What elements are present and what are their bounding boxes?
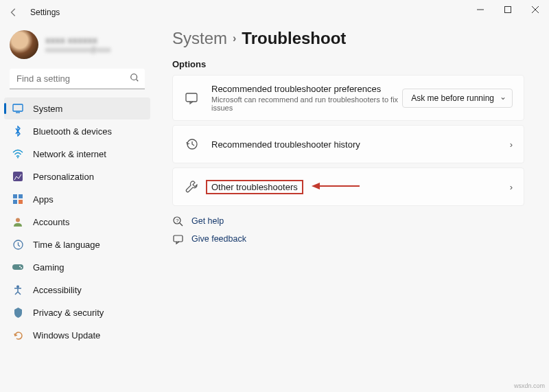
sidebar-item-network[interactable]: Network & internet <box>4 143 150 165</box>
card-title: Recommended troubleshooter history <box>211 139 503 150</box>
accessibility-icon <box>12 284 23 295</box>
chevron-right-icon: › <box>233 32 236 45</box>
sidebar-item-time[interactable]: Time & language <box>4 233 150 255</box>
svg-text:?: ? <box>176 218 179 224</box>
nav-list: System Bluetooth & devices Network & int… <box>4 97 150 346</box>
accounts-icon <box>12 216 23 227</box>
help-icon: ? <box>172 216 183 227</box>
preferences-dropdown[interactable]: Ask me before running <box>402 89 513 108</box>
user-email: xxxxxxxxxxxxx@xxxx <box>45 46 110 54</box>
history-icon <box>184 137 199 152</box>
card-recommended-preferences[interactable]: Recommended troubleshooter preferences M… <box>172 75 524 121</box>
sidebar-item-bluetooth[interactable]: Bluetooth & devices <box>4 120 150 142</box>
svg-rect-6 <box>13 104 23 111</box>
network-icon <box>12 148 23 159</box>
svg-rect-16 <box>12 264 23 270</box>
svg-point-19 <box>16 285 19 288</box>
watermark: wsxdn.com <box>514 382 545 389</box>
sidebar-item-gaming[interactable]: Gaming <box>4 256 150 278</box>
sidebar-item-apps[interactable]: Apps <box>4 188 150 210</box>
breadcrumb: System › Troubleshoot <box>172 29 524 48</box>
chevron-right-icon: › <box>503 182 513 192</box>
sidebar-item-update[interactable]: Windows Update <box>4 324 150 346</box>
personalization-icon <box>12 171 23 182</box>
svg-rect-1 <box>505 7 511 13</box>
section-heading: Options <box>172 59 524 69</box>
close-button[interactable] <box>522 0 549 19</box>
breadcrumb-current: Troubleshoot <box>242 29 346 48</box>
search-input[interactable] <box>10 69 145 89</box>
user-profile[interactable]: xxxx xxxxxx xxxxxxxxxxxxx@xxxx <box>4 27 150 69</box>
feedback-icon <box>172 233 183 244</box>
window-title: Settings <box>30 8 60 17</box>
svg-point-18 <box>21 267 22 268</box>
svg-rect-13 <box>19 200 23 204</box>
avatar <box>10 30 38 59</box>
svg-line-5 <box>137 80 139 82</box>
svg-rect-11 <box>19 194 23 198</box>
search-icon <box>130 73 139 84</box>
chevron-right-icon: › <box>503 139 513 150</box>
user-name: xxxx xxxxxx <box>45 35 110 46</box>
svg-point-17 <box>19 266 21 267</box>
svg-rect-26 <box>174 235 183 242</box>
sidebar-item-privacy[interactable]: Privacy & security <box>4 301 150 323</box>
card-subtitle: Microsoft can recommend and run troubles… <box>211 95 402 112</box>
svg-point-8 <box>17 157 19 159</box>
svg-rect-10 <box>13 194 17 198</box>
get-help-link[interactable]: ? Get help <box>172 216 524 227</box>
card-title: Other troubleshooters <box>211 182 298 192</box>
minimize-button[interactable] <box>467 0 494 19</box>
sidebar-item-accessibility[interactable]: Accessibility <box>4 279 150 301</box>
main-content: System › Troubleshoot Options Recommende… <box>154 25 549 392</box>
bluetooth-icon <box>12 126 23 137</box>
back-button[interactable] <box>5 4 22 21</box>
sidebar: xxxx xxxxxx xxxxxxxxxxxxx@xxxx System Bl… <box>0 25 154 392</box>
sidebar-item-accounts[interactable]: Accounts <box>4 211 150 233</box>
highlight-annotation: Other troubleshooters <box>206 180 303 194</box>
svg-point-14 <box>16 218 20 222</box>
privacy-icon <box>12 307 23 318</box>
card-history[interactable]: Recommended troubleshooter history › <box>172 125 524 163</box>
sidebar-item-personalization[interactable]: Personalization <box>4 165 150 187</box>
breadcrumb-parent[interactable]: System <box>172 29 227 48</box>
svg-line-25 <box>180 223 183 226</box>
sidebar-item-system[interactable]: System <box>4 97 150 119</box>
svg-point-4 <box>131 74 137 80</box>
time-icon <box>12 239 23 250</box>
card-title: Recommended troubleshooter preferences <box>211 84 402 94</box>
card-other-troubleshooters[interactable]: Other troubleshooters › <box>172 168 524 206</box>
give-feedback-link[interactable]: Give feedback <box>172 233 524 244</box>
wrench-icon <box>184 179 199 194</box>
search-box[interactable] <box>10 69 145 89</box>
svg-rect-20 <box>186 93 197 102</box>
svg-rect-12 <box>13 200 17 204</box>
system-icon <box>12 103 23 114</box>
gaming-icon <box>12 262 23 273</box>
maximize-button[interactable] <box>494 0 522 19</box>
arrow-annotation <box>312 181 360 193</box>
apps-icon <box>12 194 23 205</box>
chat-icon <box>184 91 199 106</box>
update-icon <box>12 330 23 341</box>
